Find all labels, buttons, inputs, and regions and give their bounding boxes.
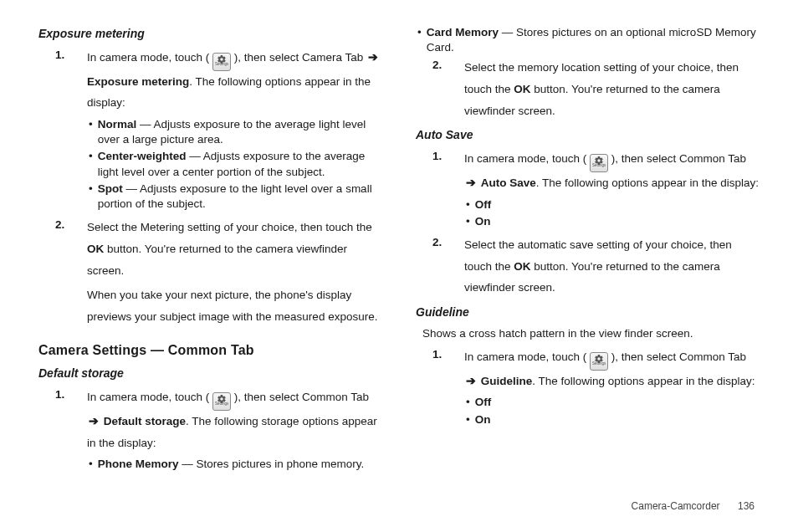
bold-text: Exposure metering <box>87 75 189 88</box>
step-body: In camera mode, touch ( Settings ), then… <box>87 47 382 214</box>
settings-gear-icon: Settings <box>590 154 608 172</box>
auto-save-steps: 1. In camera mode, touch ( Settings ), t… <box>416 148 760 299</box>
bold-text: Off <box>475 396 492 408</box>
bold-text: Center-weighted <box>98 150 187 162</box>
text: In camera mode, touch ( <box>464 350 586 363</box>
step-body: In camera mode, touch ( Settings ), then… <box>87 386 382 474</box>
icon-label: Settings <box>213 402 230 406</box>
step-number: 2. <box>38 217 87 332</box>
list-item: •Off <box>464 197 760 212</box>
bullet-icon: • <box>464 412 475 427</box>
guideline-options: •Off •On <box>464 395 760 427</box>
list-item: •Card Memory — Stores pictures on an opt… <box>416 25 760 55</box>
step-number: 2. <box>416 234 464 299</box>
bold-text: Off <box>475 198 492 211</box>
icon-label: Settings <box>591 362 607 366</box>
text: When you take your next picture, the pho… <box>87 289 377 323</box>
text: ), then select Common Tab <box>611 152 746 165</box>
list-item: 1. In camera mode, touch ( Settings ), t… <box>38 47 382 214</box>
list-item: 1. In camera mode, touch ( Settings ), t… <box>38 386 382 474</box>
step-number: 1. <box>416 346 464 429</box>
bold-text: Guideline <box>481 375 533 387</box>
paragraph: When you take your next picture, the pho… <box>87 284 382 327</box>
bold-text: Card Memory <box>427 26 499 38</box>
heading-common-tab: Camera Settings — Common Tab <box>38 340 382 361</box>
text: Select the Metering setting of your choi… <box>87 221 372 233</box>
arrow-icon: ➔ <box>87 415 100 427</box>
bold-text: On <box>475 413 491 426</box>
text: In camera mode, touch ( <box>464 152 586 165</box>
bullet-icon: • <box>464 395 475 410</box>
default-storage-steps: 1. In camera mode, touch ( Settings ), t… <box>38 386 382 474</box>
settings-gear-icon: Settings <box>590 352 608 371</box>
list-item: 2. Select the memory location setting of… <box>416 57 760 121</box>
text: . The following options appear in the di… <box>536 176 759 189</box>
text: — Adjusts exposure to the light level ov… <box>98 182 372 210</box>
default-storage-steps-cont: 2. Select the memory location setting of… <box>416 57 760 121</box>
bullet-text: Spot — Adjusts exposure to the light lev… <box>98 182 382 212</box>
footer-section: Camera-Camcorder <box>632 500 720 512</box>
list-item: 1. In camera mode, touch ( Settings ), t… <box>416 148 760 231</box>
text: . The following options appear in the di… <box>532 375 755 387</box>
arrow-icon: ➔ <box>464 375 478 387</box>
heading-exposure-metering: Exposure metering <box>38 25 382 43</box>
right-column: •Card Memory — Stores pictures on an opt… <box>416 25 760 468</box>
list-item: 1. In camera mode, touch ( Settings ), t… <box>416 346 760 429</box>
bold-text: OK <box>514 83 530 95</box>
auto-save-options: •Off •On <box>464 197 760 229</box>
list-item: •Spot — Adjusts exposure to the light le… <box>87 182 382 212</box>
list-item: •Center-weighted — Adjusts exposure to t… <box>87 149 382 179</box>
page-footer: Camera-Camcorder 136 <box>632 500 755 512</box>
step-number: 1. <box>38 386 87 474</box>
left-column: Exposure metering 1. In camera mode, tou… <box>38 25 382 468</box>
bold-text: On <box>475 215 491 228</box>
bullet-icon: • <box>464 214 475 229</box>
guideline-intro: Shows a cross hatch pattern in the view … <box>422 325 760 343</box>
bullet-text: Off <box>475 395 760 410</box>
page-number: 136 <box>738 500 755 512</box>
bullet-icon: • <box>464 197 475 212</box>
exposure-options: •Normal — Adjusts exposure to the averag… <box>87 117 382 212</box>
text: — Adjusts exposure to the average light … <box>98 118 366 146</box>
heading-guideline: Guideline <box>416 304 760 322</box>
bullet-text: Normal — Adjusts exposure to the average… <box>98 117 382 147</box>
bullet-text: Center-weighted — Adjusts exposure to th… <box>98 149 382 179</box>
step-number: 2. <box>416 57 464 121</box>
settings-gear-icon: Settings <box>212 53 231 71</box>
bullet-icon: • <box>416 25 427 55</box>
step-number: 1. <box>416 148 464 231</box>
page-body: Exposure metering 1. In camera mode, tou… <box>0 0 798 468</box>
bold-text: Auto Save <box>481 176 536 189</box>
guideline-steps: 1. In camera mode, touch ( Settings ), t… <box>416 346 760 429</box>
text: button. You're returned to the camera vi… <box>87 243 347 277</box>
bullet-text: Off <box>475 197 760 212</box>
bold-text: Default storage <box>104 415 186 427</box>
bullet-text: Card Memory — Stores pictures on an opti… <box>427 25 760 55</box>
text: In camera mode, touch ( <box>87 391 209 403</box>
list-item: •Normal — Adjusts exposure to the averag… <box>87 117 382 147</box>
text: ), then select Camera Tab <box>234 51 363 64</box>
bold-text: OK <box>87 243 104 255</box>
storage-options-cont: •Card Memory — Stores pictures on an opt… <box>416 25 760 55</box>
text: ), then select Common Tab <box>611 350 746 363</box>
bullet-text: On <box>475 214 760 229</box>
text: — Stores pictures in phone memory. <box>179 458 365 470</box>
arrow-icon: ➔ <box>366 51 380 64</box>
arrow-icon: ➔ <box>464 176 478 189</box>
heading-auto-save: Auto Save <box>416 126 760 145</box>
text: In camera mode, touch ( <box>87 51 209 64</box>
heading-default-storage: Default storage <box>38 365 382 383</box>
step-body: In camera mode, touch ( Settings ), then… <box>464 346 760 429</box>
list-item: •On <box>464 214 760 229</box>
bold-text: Spot <box>98 182 123 195</box>
icon-label: Settings <box>213 63 230 66</box>
list-item: •Phone Memory — Stores pictures in phone… <box>87 457 382 472</box>
step-body: In camera mode, touch ( Settings ), then… <box>464 148 760 231</box>
list-item: 2. Select the automatic save setting of … <box>416 234 760 299</box>
step-body: Select the Metering setting of your choi… <box>87 217 382 332</box>
exposure-steps: 1. In camera mode, touch ( Settings ), t… <box>38 47 382 333</box>
list-item: 2. Select the Metering setting of your c… <box>38 217 382 332</box>
icon-label: Settings <box>591 164 607 167</box>
list-item: •On <box>464 412 760 427</box>
list-item: •Off <box>464 395 760 410</box>
